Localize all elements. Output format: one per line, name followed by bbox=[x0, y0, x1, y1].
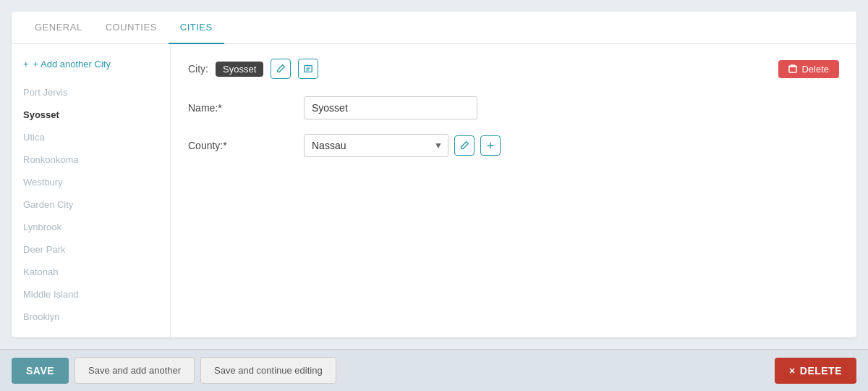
delete-button[interactable]: × DELETE bbox=[775, 358, 856, 384]
save-and-continue-button[interactable]: Save and continue editing bbox=[200, 357, 336, 384]
svg-rect-0 bbox=[305, 66, 312, 72]
delete-inline-button[interactable]: Delete bbox=[778, 60, 839, 78]
county-select-container: Nassau Suffolk Kings Queens New York Bro… bbox=[304, 134, 448, 157]
city-item-lynbrook[interactable]: Lynbrook bbox=[12, 216, 170, 238]
delete-inline-label: Delete bbox=[801, 64, 829, 75]
tabs: GENERAL COUNTIES CITIES bbox=[12, 12, 856, 44]
delete-label: DELETE bbox=[800, 365, 842, 377]
tab-cities[interactable]: CITIES bbox=[169, 12, 224, 44]
add-city-label: + Add another City bbox=[33, 59, 111, 70]
add-county-icon-button[interactable] bbox=[480, 135, 501, 156]
save-button[interactable]: SAVE bbox=[12, 358, 69, 384]
city-item-garden-city[interactable]: Garden City bbox=[12, 193, 170, 216]
city-item-utica[interactable]: Utica bbox=[12, 126, 170, 148]
city-item-katonah[interactable]: Katonah bbox=[12, 261, 170, 283]
view-city-icon-button[interactable] bbox=[298, 59, 318, 79]
county-select-wrapper: Nassau Suffolk Kings Queens New York Bro… bbox=[304, 134, 501, 157]
city-item-port-jervis[interactable]: Port Jervis bbox=[12, 81, 170, 104]
tab-counties[interactable]: COUNTIES bbox=[94, 12, 169, 44]
name-label: Name:* bbox=[188, 102, 304, 114]
content: + + Add another City Port Jervis Syosset… bbox=[12, 44, 856, 337]
city-item-deer-park[interactable]: Deer Park bbox=[12, 238, 170, 261]
name-field: Name:* bbox=[188, 96, 839, 119]
tab-general[interactable]: GENERAL bbox=[23, 12, 94, 44]
city-item-ronkonkoma[interactable]: Ronkonkoma bbox=[12, 148, 170, 171]
county-label: County:* bbox=[188, 140, 304, 151]
edit-city-icon-button[interactable] bbox=[271, 59, 291, 79]
edit-county-icon-button[interactable] bbox=[454, 135, 475, 156]
save-and-add-button[interactable]: Save and add another bbox=[75, 357, 195, 384]
form-area: City: Syosset bbox=[171, 44, 856, 337]
sidebar: + + Add another City Port Jervis Syosset… bbox=[12, 44, 171, 337]
city-item-brooklyn[interactable]: Brooklyn bbox=[12, 306, 170, 328]
delete-x-icon: × bbox=[789, 365, 796, 377]
city-item-syosset[interactable]: Syosset bbox=[12, 104, 170, 126]
main-container: GENERAL COUNTIES CITIES + + Add another … bbox=[0, 0, 868, 349]
name-input[interactable] bbox=[304, 96, 477, 119]
county-select[interactable]: Nassau Suffolk Kings Queens New York Bro… bbox=[304, 134, 448, 157]
add-another-city-button[interactable]: + + Add another City bbox=[12, 53, 170, 75]
county-field: County:* Nassau Suffolk Kings Queens New… bbox=[188, 134, 839, 157]
city-badge: Syosset bbox=[216, 62, 263, 77]
city-item-middle-island[interactable]: Middle Island bbox=[12, 283, 170, 306]
city-item-westbury[interactable]: Westbury bbox=[12, 171, 170, 193]
card: GENERAL COUNTIES CITIES + + Add another … bbox=[12, 12, 856, 337]
footer: SAVE Save and add another Save and conti… bbox=[0, 349, 868, 391]
city-label: City: bbox=[188, 63, 208, 75]
city-header: City: Syosset bbox=[188, 59, 839, 79]
plus-icon: + bbox=[23, 59, 29, 70]
